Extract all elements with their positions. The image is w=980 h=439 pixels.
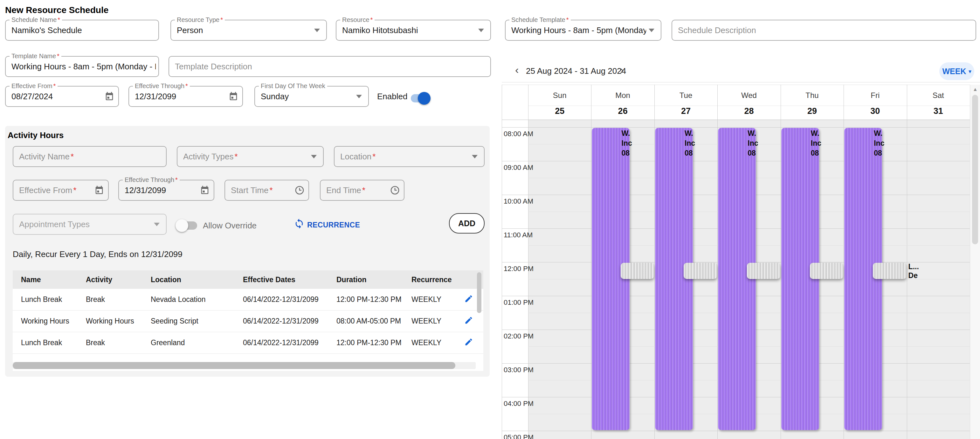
activity-effective-from-date[interactable]: Effective From* (13, 180, 109, 201)
schedule-description-input[interactable]: Schedule Description (671, 20, 976, 41)
enabled-label: Enabled (377, 92, 407, 102)
start-time-input[interactable]: Start Time* (224, 180, 309, 201)
day-name: Sat (907, 85, 970, 105)
day-number: 30 (843, 106, 907, 120)
table-cell: 12:00 PM-12:30 PM (336, 338, 412, 347)
event-label-line: W. (685, 129, 699, 138)
lunch-break-event[interactable] (747, 263, 780, 279)
activity-table: Name Activity Location Effective Dates D… (13, 270, 483, 371)
day-name: Wed (718, 85, 780, 105)
event-label-line: De (908, 271, 923, 280)
schedule-template-value: Working Hours - 8am - 5pm (Monday ... (511, 26, 646, 35)
working-hours-event[interactable] (718, 128, 756, 430)
activity-effective-through-value: 12/31/2099 (125, 185, 199, 195)
schedule-template-select[interactable]: Schedule Template* Working Hours - 8am -… (505, 20, 662, 41)
working-hours-event[interactable] (844, 128, 882, 430)
activity-name-input[interactable]: Activity Name* (13, 146, 167, 167)
activity-effective-from-placeholder: Effective From* (19, 185, 94, 195)
first-day-select[interactable]: First Day Of The Week Sunday (255, 86, 369, 107)
location-placeholder: Location* (340, 152, 469, 161)
day-name: Tue (654, 85, 718, 105)
chevron-down-icon (649, 29, 654, 32)
lunch-break-event[interactable] (684, 263, 717, 279)
calendar-next-button[interactable]: › (620, 64, 624, 75)
event-label-line: 08 (685, 148, 699, 158)
chevron-down-icon (154, 223, 160, 226)
event-label: W.Inc08 (748, 129, 762, 158)
calendar-icon[interactable] (228, 91, 239, 102)
working-hours-event[interactable] (592, 128, 630, 430)
effective-through-value: 12/31/2099 (135, 92, 228, 102)
column-header: Duration (336, 276, 412, 284)
recurrence-sync-icon[interactable] (294, 218, 305, 230)
field-label: Template Name* (10, 53, 61, 59)
table-cell: Seeding Script (151, 317, 243, 326)
scroll-up-icon[interactable]: ▲ (972, 86, 979, 92)
lunch-break-event[interactable] (873, 263, 906, 279)
working-hours-event[interactable] (781, 128, 819, 430)
activity-effective-through-date[interactable]: Effective Through* 12/31/2099 (118, 180, 214, 201)
table-vertical-scrollbar[interactable] (477, 272, 481, 313)
time-label: 05:00 PM (504, 433, 534, 439)
template-name-field[interactable]: Template Name* Working Hours - 8am - 5pm… (5, 56, 159, 77)
field-label: First Day Of The Week (259, 82, 327, 89)
lunch-break-event[interactable] (621, 263, 654, 279)
table-horizontal-scrollbar[interactable] (13, 362, 476, 369)
recurrence-link[interactable]: RECURRENCE (307, 221, 360, 229)
add-button[interactable]: ADD (449, 213, 485, 233)
column-header: Activity (86, 276, 151, 284)
column-divider (781, 85, 781, 439)
field-label: Schedule Template* (509, 16, 571, 23)
time-label: 04:00 PM (504, 399, 534, 408)
calendar-view-select[interactable]: WEEK ▾ (939, 62, 974, 80)
view-label: WEEK (942, 67, 966, 76)
calendar-icon[interactable] (94, 185, 104, 195)
effective-through-date[interactable]: Effective Through* 12/31/2099 (129, 86, 243, 107)
event-label-line: 08 (811, 148, 826, 158)
allow-override-label: Allow Override (203, 221, 257, 231)
table-cell: 06/14/2022-12/31/2099 (243, 317, 336, 326)
event-label-line: Inc (685, 138, 699, 148)
calendar-icon[interactable] (200, 185, 210, 195)
calendar-prev-button[interactable]: ‹ (515, 64, 519, 75)
effective-from-date[interactable]: Effective From* 08/27/2024 (5, 86, 119, 107)
table-cell: Lunch Break (21, 295, 86, 304)
schedule-name-field[interactable]: Schedule Name* Namiko's Schedule (5, 20, 159, 41)
edit-icon[interactable] (464, 316, 483, 327)
calendar-scrollbar-thumb[interactable] (972, 95, 978, 244)
time-label: 02:00 PM (504, 332, 534, 340)
field-label: Resource Type* (175, 16, 225, 23)
activity-hours-title: Activity Hours (8, 131, 64, 140)
column-divider (654, 85, 655, 439)
time-label: 01:00 PM (504, 299, 534, 307)
template-description-input[interactable]: Template Description (169, 56, 491, 77)
resource-type-select[interactable]: Resource Type* Person (170, 20, 327, 41)
toggle-knob (418, 92, 431, 105)
table-cell: 06/14/2022-12/31/2099 (243, 338, 336, 347)
hour-line (502, 431, 970, 431)
chevron-down-icon (311, 155, 317, 158)
working-hours-event[interactable] (655, 128, 693, 430)
column-header: Recurrence (412, 276, 464, 284)
end-time-input[interactable]: End Time* (320, 180, 404, 201)
calendar-icon[interactable] (104, 91, 115, 102)
chevron-down-icon: ▾ (969, 69, 971, 75)
resource-select[interactable]: Resource* Namiko Hitotsubashi (336, 20, 491, 41)
hour-line (502, 127, 970, 128)
time-label: 08:00 AM (504, 130, 533, 138)
lunch-break-event[interactable] (810, 263, 843, 279)
appointment-types-select[interactable]: Appointment Types (13, 214, 167, 235)
field-label: Effective Through* (133, 82, 190, 89)
table-cell: Nevada Location (151, 295, 243, 304)
time-label: 10:00 AM (504, 197, 533, 206)
edit-icon[interactable] (464, 337, 483, 348)
event-label-line: Inc (811, 138, 826, 148)
time-label: 09:00 AM (504, 163, 533, 172)
location-select[interactable]: Location* (334, 146, 485, 167)
event-label: W.Inc08 (621, 129, 636, 158)
scrollbar-thumb[interactable] (13, 362, 455, 369)
activity-types-select[interactable]: Activity Types* (177, 146, 324, 167)
activity-name-placeholder: Activity Name* (19, 152, 151, 161)
clock-icon[interactable] (294, 185, 305, 195)
clock-icon[interactable] (390, 185, 400, 195)
